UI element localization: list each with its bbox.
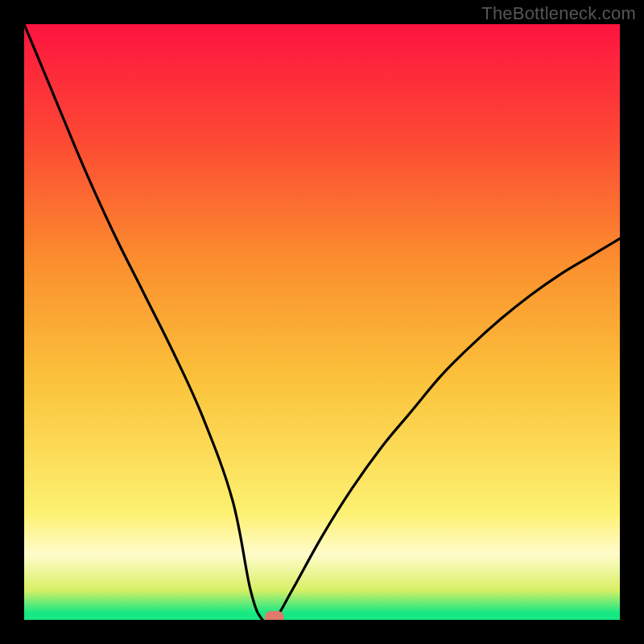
gradient-background — [24, 24, 620, 620]
bottleneck-chart — [24, 24, 620, 620]
optimum-marker — [265, 611, 284, 620]
watermark-text: TheBottleneck.com — [481, 3, 636, 24]
chart-frame: TheBottleneck.com — [0, 0, 644, 644]
